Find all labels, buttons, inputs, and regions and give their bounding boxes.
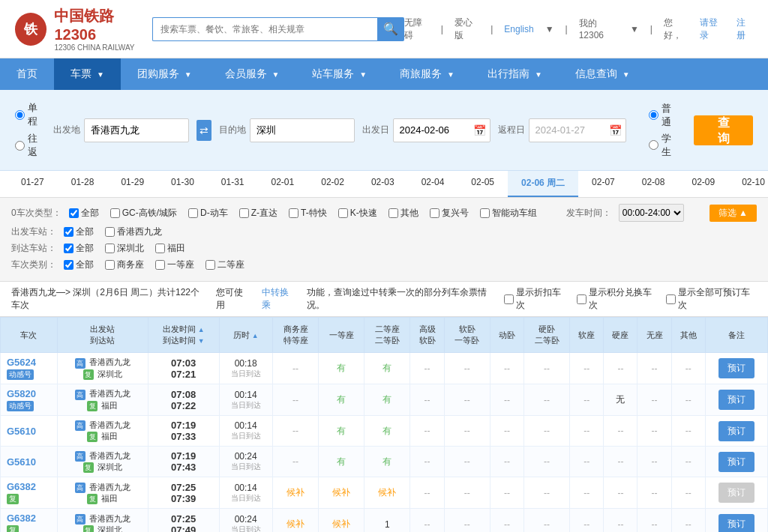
seat-dyn-berth: -- xyxy=(490,384,524,416)
query-button[interactable]: 查询 xyxy=(694,115,753,145)
nav-station[interactable]: 站车服务 ▼ xyxy=(296,58,383,90)
date-tab-11[interactable]: 02-07 xyxy=(578,171,628,197)
depart-hongkong[interactable]: 香港西九龙 xyxy=(105,226,162,238)
filter-smart[interactable]: 智能动车组 xyxy=(480,207,537,220)
seat-biz: -- xyxy=(272,353,318,384)
book-button[interactable]: 预订 xyxy=(718,514,754,532)
english-link[interactable]: English xyxy=(504,24,533,34)
swap-button[interactable]: ⇄ xyxy=(196,120,212,141)
to-input[interactable] xyxy=(250,118,355,142)
date-tab-12[interactable]: 02-08 xyxy=(628,171,679,197)
train-type-icon: 高 xyxy=(75,390,86,400)
nav-tickets[interactable]: 车票 ▼ xyxy=(54,58,121,90)
love-version-link[interactable]: 爱心版 xyxy=(454,16,479,42)
class-biz[interactable]: 商务座 xyxy=(105,259,144,271)
seat-hard-berth: -- xyxy=(524,477,569,509)
date-tab-6[interactable]: 02-02 xyxy=(308,171,358,197)
nav-info[interactable]: 信息查询 ▼ xyxy=(559,58,646,90)
table-row: G5624 动感号 高 香港西九龙 复 深圳北 07:03 07:21 00:1… xyxy=(1,353,768,384)
show-all-bookable[interactable]: 显示全部可预订车次 xyxy=(666,286,753,312)
filter-fuxing[interactable]: 复兴号 xyxy=(430,207,469,220)
student-ticket-radio[interactable]: 学生 xyxy=(649,132,672,159)
nav-member[interactable]: 会员服务 ▼ xyxy=(208,58,296,90)
seat-first: 有 xyxy=(319,416,364,447)
date-tab-5[interactable]: 02-01 xyxy=(258,171,308,197)
depart-calendar-icon[interactable]: 📅 xyxy=(473,124,486,136)
train-no-link[interactable]: G5624 xyxy=(7,357,36,368)
depart-date-label: 出发日 xyxy=(362,124,389,136)
one-way-radio[interactable]: 单程 xyxy=(15,101,38,128)
class-second[interactable]: 二等座 xyxy=(206,259,244,271)
depart-time-select[interactable]: 00:00-24:00 xyxy=(619,204,684,222)
date-tab-1[interactable]: 01-28 xyxy=(58,171,108,197)
filter-button[interactable]: 筛选 ▲ xyxy=(710,205,757,222)
show-discount[interactable]: 显示折扣车次 xyxy=(504,286,566,312)
book-button[interactable]: 预订 xyxy=(718,421,754,441)
seat-high-soft: -- xyxy=(410,447,444,477)
train-no-link[interactable]: G6382 xyxy=(7,481,36,492)
nav-guide[interactable]: 出行指南 ▼ xyxy=(471,58,559,90)
filter-other[interactable]: 其他 xyxy=(388,207,418,220)
seat-high-soft: -- xyxy=(410,353,444,384)
route-text: 香港西九龙—> 深圳（2月6日 周二）共计122个车次 xyxy=(11,286,205,312)
global-search-button[interactable]: 🔍 xyxy=(377,17,404,41)
train-no-link[interactable]: G5610 xyxy=(7,456,36,468)
date-tab-3[interactable]: 01-30 xyxy=(158,171,208,197)
train-no-link[interactable]: G5610 xyxy=(7,426,36,437)
round-trip-radio[interactable]: 往返 xyxy=(15,132,38,159)
date-tab-14[interactable]: 02-10 xyxy=(728,171,768,197)
depart-time: 07:19 xyxy=(152,420,216,431)
date-tabs: 01-27 01-28 01-29 01-30 01-31 02-01 02-0… xyxy=(0,171,768,198)
filter-t[interactable]: T-特快 xyxy=(289,207,327,220)
arrive-futian[interactable]: 福田 xyxy=(155,242,185,255)
filter-gc[interactable]: GC-高铁/城际 xyxy=(110,207,177,220)
book-cell: 预订 xyxy=(705,477,767,509)
book-button[interactable]: 预订 xyxy=(718,452,754,472)
nav-group[interactable]: 团购服务 ▼ xyxy=(121,58,208,90)
date-tab-2[interactable]: 01-29 xyxy=(107,171,158,197)
filter-all-trains[interactable]: 全部 xyxy=(69,207,99,220)
from-input[interactable] xyxy=(84,118,189,142)
book-button[interactable]: 预订 xyxy=(718,390,754,410)
depart-all[interactable]: 全部 xyxy=(64,226,94,238)
arrive-shenzhen-bei[interactable]: 深圳北 xyxy=(105,242,144,255)
filter-z[interactable]: Z-直达 xyxy=(239,207,278,220)
nav-home[interactable]: 首页 xyxy=(0,58,54,90)
col-no-seat: 无座 xyxy=(638,318,671,353)
seat-first: 候补 xyxy=(319,477,364,509)
duration-val: 00:18 xyxy=(223,358,269,369)
date-tab-7[interactable]: 02-03 xyxy=(358,171,408,197)
date-tab-13[interactable]: 02-09 xyxy=(678,171,728,197)
date-tab-0[interactable]: 01-27 xyxy=(8,171,58,197)
fuxing-icon: 复 xyxy=(83,369,94,380)
filter-d[interactable]: D-动车 xyxy=(188,207,228,220)
return-calendar-icon[interactable]: 📅 xyxy=(609,124,622,136)
summary-checkboxes: 显示折扣车次 显示积分兑换车次 显示全部可预订车次 xyxy=(504,286,757,312)
book-cell: 预订 xyxy=(705,416,767,447)
class-all[interactable]: 全部 xyxy=(64,259,94,271)
arrive-day: 当日到达 xyxy=(223,400,269,411)
transfer-link[interactable]: 中转换乘 xyxy=(262,286,296,312)
date-tab-9[interactable]: 02-05 xyxy=(458,171,508,197)
times-cell: 07:25 07:49 xyxy=(148,509,219,532)
global-search-input[interactable] xyxy=(152,17,377,41)
train-no-link[interactable]: G5820 xyxy=(7,388,36,399)
login-link[interactable]: 请登录 xyxy=(700,16,724,42)
no-barrier-link[interactable]: 无障碍 xyxy=(404,16,429,42)
normal-ticket-radio[interactable]: 普通 xyxy=(649,102,672,129)
book-button[interactable]: 预订 xyxy=(718,358,754,378)
date-tab-8[interactable]: 02-04 xyxy=(408,171,458,197)
my-12306-link[interactable]: 我的12306 xyxy=(579,17,619,40)
date-tab-10[interactable]: 02-06 周二 xyxy=(508,171,578,197)
train-badge: 复 xyxy=(7,494,19,504)
class-first[interactable]: 一等座 xyxy=(155,259,194,271)
filter-k[interactable]: K-快速 xyxy=(338,207,377,220)
to-label: 目的地 xyxy=(219,124,246,136)
arrive-all[interactable]: 全部 xyxy=(64,242,94,255)
date-tab-4[interactable]: 01-31 xyxy=(208,171,258,197)
register-link[interactable]: 注册 xyxy=(736,16,753,42)
nav-business[interactable]: 商旅服务 ▼ xyxy=(383,58,471,90)
train-no-link[interactable]: G6382 xyxy=(7,513,36,524)
seat-soft-berth: -- xyxy=(444,477,490,509)
show-points[interactable]: 显示积分兑换车次 xyxy=(577,286,656,312)
